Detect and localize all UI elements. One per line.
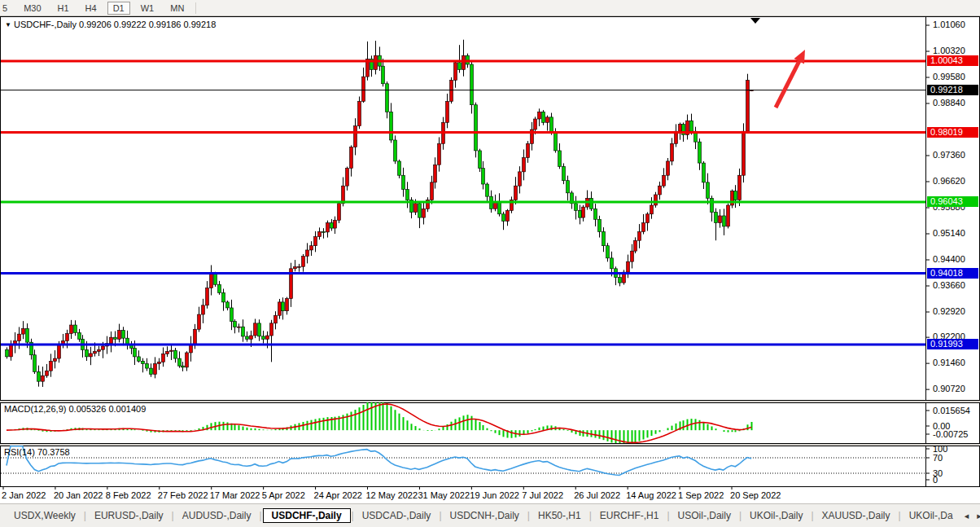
- candle-body: [310, 246, 313, 250]
- candle-body: [226, 302, 230, 308]
- candle-body: [262, 336, 265, 339]
- candle-body: [66, 333, 69, 340]
- date-tick-label: 8 Feb 2022: [106, 490, 151, 501]
- candle-body: [282, 302, 285, 311]
- candle-body: [78, 333, 81, 340]
- date-tick-label: 26 Jul 2022: [574, 490, 620, 501]
- candle-body: [438, 143, 441, 165]
- candle-body: [146, 364, 149, 369]
- candle-body: [590, 198, 593, 209]
- candle-body: [206, 288, 209, 305]
- price-tick-label: 0.92920: [933, 306, 965, 317]
- candle-body: [94, 351, 97, 354]
- symbol-tab-eurchf-h1[interactable]: EURCHF-,H1: [593, 508, 667, 523]
- candle-body: [394, 140, 397, 161]
- candle-body: [334, 220, 337, 228]
- candle-body: [523, 158, 526, 172]
- candle-body: [138, 357, 141, 361]
- candle-body: [594, 209, 597, 219]
- collapse-triangle-icon[interactable]: ▼: [5, 21, 11, 29]
- candle-body: [498, 202, 501, 214]
- candle-body: [479, 151, 482, 169]
- date-tick-label: 12 May 2022: [366, 490, 418, 501]
- candle-body: [402, 175, 405, 189]
- candle-body: [654, 195, 658, 205]
- candle-body: [382, 66, 385, 84]
- candle-body: [506, 210, 510, 221]
- candle-body: [550, 117, 553, 133]
- candle-body: [582, 207, 585, 217]
- candle-body: [390, 112, 393, 140]
- candle-body: [350, 147, 353, 169]
- price-tick-label: 0.97360: [933, 150, 965, 160]
- candle-body: [746, 80, 750, 131]
- candle-body: [242, 327, 245, 336]
- symbol-tab-usdcad-daily[interactable]: USDCAD-,Daily: [355, 508, 439, 523]
- candle-body: [202, 305, 205, 314]
- candle-body: [326, 223, 330, 232]
- candle-body: [133, 348, 137, 356]
- candle-body: [270, 323, 273, 336]
- candle-body: [122, 330, 125, 338]
- symbol-tab-usdchf-daily[interactable]: USDCHF-,Daily: [263, 508, 351, 523]
- tab-scroll-left-icon[interactable]: ◂: [960, 511, 973, 521]
- symbol-tab-usoil-daily[interactable]: USOil-,Daily: [671, 508, 738, 523]
- candle-body: [723, 216, 726, 226]
- candle-body: [358, 101, 361, 125]
- candle-body: [318, 231, 322, 236]
- candle-body: [186, 353, 189, 367]
- chart-ohlc-values: 0.99206 0.99222 0.99186 0.99218: [79, 20, 216, 29]
- candle-body: [534, 119, 537, 130]
- candle-body: [246, 336, 249, 339]
- level-price-badge: 0.91993: [927, 339, 978, 349]
- candle-body: [46, 371, 49, 375]
- symbol-tab-audusd-daily[interactable]: AUDUSD-,Daily: [175, 508, 259, 523]
- candle-body: [679, 125, 682, 132]
- macd-tick-label: 0.015654: [933, 406, 970, 416]
- candle-body: [150, 368, 153, 374]
- candle-body: [98, 349, 101, 351]
- chart-canvas[interactable]: [0, 0, 980, 527]
- candle-body: [154, 364, 157, 375]
- symbol-tab-ukoil-daily[interactable]: UKOil-,Daily: [742, 508, 810, 523]
- candle-body: [85, 349, 89, 357]
- candle-body: [198, 314, 201, 329]
- candle-body: [58, 345, 61, 358]
- candle-body: [434, 165, 437, 182]
- price-tick-label: 0.96620: [933, 176, 965, 187]
- level-price-badge: 1.00043: [927, 55, 978, 66]
- tab-scroll-right-icon[interactable]: ▸: [973, 511, 980, 521]
- candle-body: [322, 231, 326, 232]
- candle-body: [715, 213, 718, 223]
- candle-body: [6, 349, 9, 357]
- candle-body: [354, 126, 357, 147]
- candle-body: [266, 336, 269, 339]
- candle-body: [734, 191, 737, 200]
- candle-body: [514, 186, 518, 200]
- symbol-tab-hk50-h1[interactable]: HK50-,H1: [531, 508, 588, 523]
- candle-body: [567, 181, 570, 193]
- candle-body: [314, 237, 317, 246]
- date-tick-label: 5 Apr 2022: [262, 490, 305, 501]
- symbol-tab-ukoil-da[interactable]: UKOil-,Da: [902, 508, 960, 523]
- candle-body: [663, 175, 666, 186]
- candle-body: [22, 328, 25, 334]
- candle-body: [671, 143, 674, 161]
- candle-body: [274, 315, 278, 323]
- candle-body: [214, 274, 217, 284]
- symbol-tab-eurusd-daily[interactable]: EURUSD-,Daily: [87, 508, 171, 523]
- candle-body: [346, 169, 349, 187]
- candle-body: [502, 214, 505, 222]
- level-price-badge: 0.94018: [927, 268, 978, 279]
- candle-body: [254, 323, 257, 336]
- date-tick-label: 20 Jan 2022: [54, 490, 103, 501]
- candle-body: [711, 198, 714, 212]
- symbol-tab-xauusd-daily[interactable]: XAUUSD-,Daily: [815, 508, 898, 523]
- candle-body: [74, 325, 77, 333]
- candle-body: [234, 322, 237, 327]
- candle-body: [450, 80, 453, 101]
- symbol-tab-usdx-weekly[interactable]: USDX,Weekly: [7, 508, 83, 523]
- symbol-tab-usdcnh-daily[interactable]: USDCNH-,Daily: [443, 508, 527, 523]
- candle-body: [210, 274, 213, 288]
- date-tick-label: 20 Sep 2022: [730, 490, 781, 501]
